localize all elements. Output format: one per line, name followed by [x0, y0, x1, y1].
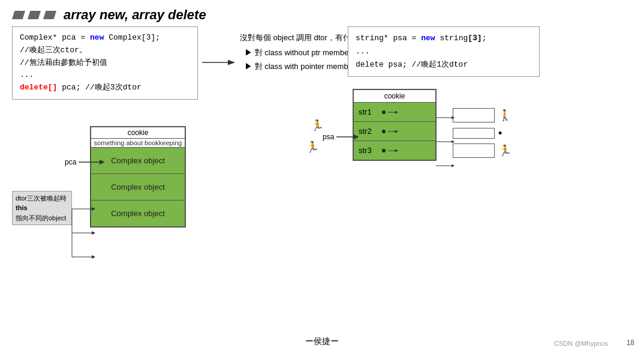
right-code-line2: ... [356, 45, 532, 58]
right-code-text: string* psa = [356, 34, 421, 43]
left-cookie-table: cookie something about bookkeeping Compl… [90, 126, 186, 228]
new-keyword: new [90, 33, 104, 42]
string-rects-group: 🚶 • 🏃 [453, 108, 511, 158]
psa-arrow-svg [335, 132, 362, 142]
str3-rect [453, 143, 495, 158]
psa-label: psa [323, 133, 334, 141]
str1-arrow [388, 108, 400, 116]
code-line-5: delete[] pca; //喚起3次dtor [20, 82, 190, 94]
left-diagram: pca dtor三次被喚起時 this 指向不同的object [12, 126, 294, 228]
left-panel: Complex* pca = new Complex[3]; //喚起三次cto… [12, 26, 294, 228]
dot-right-2: • [498, 127, 502, 140]
header: array new, array delete [0, 0, 644, 26]
cookie-header-label: cookie [91, 127, 185, 139]
str-row-3: str3 [354, 141, 435, 160]
str2-arrow [388, 127, 400, 136]
page-number: 18 [627, 339, 634, 347]
right-cookie-header: cookie [354, 90, 435, 103]
stickman-left-1: 🏃 [311, 120, 324, 131]
psa-pointer: psa [323, 132, 362, 142]
code-pca: pca; //喚起3次dtor [57, 83, 141, 92]
icon-rect-2 [28, 11, 41, 19]
str1-rect [453, 108, 495, 122]
str3-group: 🏃 [453, 143, 511, 158]
str1-group: 🚶 [453, 108, 511, 122]
new-keyword-right: new [421, 34, 435, 43]
right-code-line1: string* psa = new string[3]; [356, 32, 532, 45]
pca-arrow [77, 157, 107, 167]
stickman-right-1: 🚶 [498, 109, 511, 122]
str-row-2: str2 [354, 122, 435, 141]
str3-dot [382, 149, 386, 152]
watermark: CSDN @Mhypnos [554, 340, 608, 347]
code-line-3: //無法藉由參數給予初值 [20, 57, 190, 70]
right-code-box: string* psa = new string[3]; ... delete … [348, 26, 540, 77]
pca-pointer: pca [65, 157, 107, 167]
footer: ー侯捷ー [0, 336, 644, 347]
brackets: [3] [468, 34, 482, 43]
str3-arrow [388, 146, 400, 155]
str2-group: • [453, 126, 511, 140]
dtor-arrows-svg [12, 174, 99, 294]
right-cookie-table: cookie str1 st [353, 89, 437, 161]
right-diagram: 🏃 🏃 psa cookie str1 [300, 89, 632, 161]
str2-rect [453, 128, 495, 139]
semicolon: ; [482, 34, 487, 43]
complex-row-3: Complex object [91, 201, 185, 226]
str2-dot [382, 130, 386, 133]
complex-row-2: Complex object [91, 174, 185, 201]
pca-label: pca [65, 158, 76, 166]
stickman-right-3: 🏃 [498, 144, 511, 157]
code-text2: Complex[3]; [104, 33, 160, 42]
cookie-subheader-label: something about bookkeeping [91, 139, 185, 148]
delete-keyword: delete[] [20, 83, 57, 92]
stickman-left-2: 🏃 [306, 140, 319, 154]
right-arrow-1 [201, 55, 237, 70]
str-row-1: str1 [354, 103, 435, 122]
icon-rect-3 [43, 11, 56, 19]
str1-dot [382, 110, 386, 114]
arrow-svg [201, 55, 237, 70]
str-to-rect-arrows [435, 104, 459, 183]
str1-label: str1 [359, 107, 380, 116]
right-code-text2: string [435, 34, 468, 43]
code-line-2: //喚起三次ctor。 [20, 44, 190, 57]
left-code-box: Complex* pca = new Complex[3]; //喚起三次cto… [12, 26, 198, 100]
code-line-1: Complex* pca = new Complex[3]; [20, 32, 190, 44]
icon-rect-1 [12, 11, 25, 19]
code-text: Complex* pca = [20, 33, 90, 42]
page-title: array new, array delete [64, 7, 206, 23]
right-panel: string* psa = new string[3]; ... delete … [300, 26, 632, 228]
code-line-4: ... [20, 69, 190, 82]
author-label: ー侯捷ー [305, 336, 339, 347]
right-code-line3: delete psa; //喚起1次dtor [356, 58, 532, 71]
str3-label: str3 [359, 146, 380, 155]
header-icons [12, 11, 56, 19]
